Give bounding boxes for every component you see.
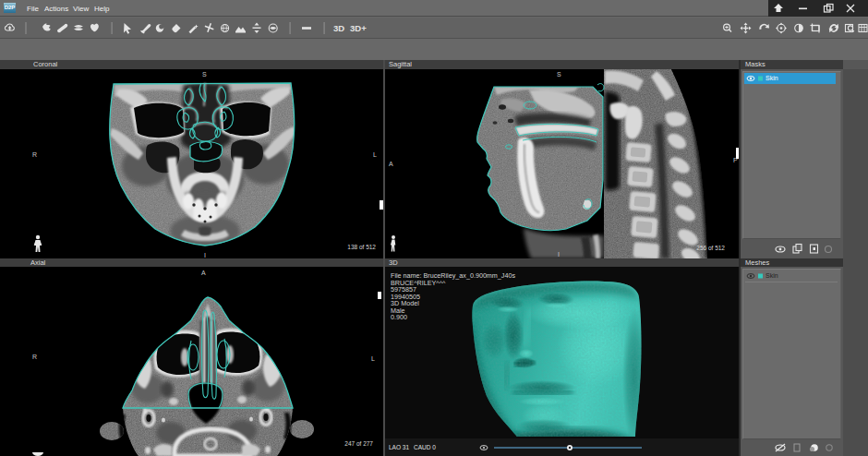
svg-text:CAUD 0: CAUD 0 — [414, 444, 436, 450]
svg-text:247 of 277: 247 of 277 — [344, 440, 373, 447]
svg-text:A: A — [201, 270, 206, 276]
svg-text:L: L — [373, 151, 377, 158]
svg-text:3D: 3D — [333, 23, 344, 33]
svg-text:R: R — [32, 151, 37, 158]
svg-text:256 of 512: 256 of 512 — [696, 245, 725, 251]
svg-text:I: I — [558, 251, 560, 258]
svg-text:3D+: 3D+ — [350, 23, 367, 33]
svg-text:S: S — [557, 71, 561, 78]
svg-text:R: R — [32, 354, 37, 360]
svg-text:S: S — [202, 71, 207, 78]
svg-text:138 of 512: 138 of 512 — [347, 244, 376, 250]
svg-text:L: L — [371, 355, 375, 362]
svg-text:LAO 31: LAO 31 — [389, 444, 409, 450]
svg-text:A: A — [389, 161, 393, 167]
svg-text:I: I — [204, 252, 206, 258]
svg-text:0.900: 0.900 — [391, 313, 407, 321]
